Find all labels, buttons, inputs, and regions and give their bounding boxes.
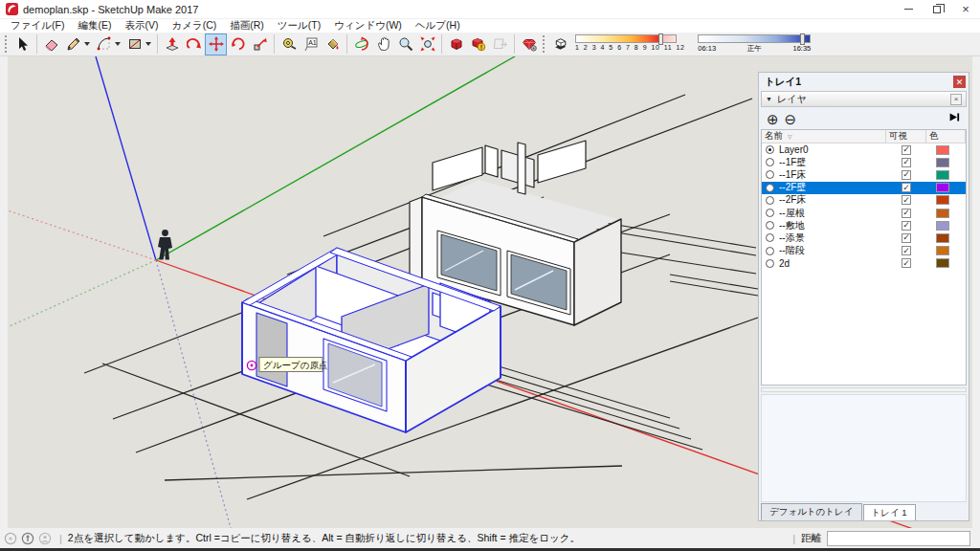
layer-row[interactable]: --添景✓ [762, 231, 966, 244]
model-check-icon[interactable] [467, 33, 489, 55]
layer-visible-checkbox[interactable]: ✓ [902, 170, 911, 180]
layer-color-swatch[interactable] [936, 209, 949, 218]
tab-default-tray[interactable]: デフォルトのトレイ [761, 503, 862, 520]
menu-item-4[interactable]: カメラ(C) [165, 19, 223, 33]
layer-color-swatch[interactable] [936, 145, 949, 155]
shadow-date-slider[interactable]: 1 2 3 4 5 6 7 8 9 10 11 12 [575, 34, 684, 51]
layer-color-swatch[interactable] [936, 170, 949, 180]
menu-item-5[interactable]: 描画(R) [223, 19, 271, 33]
tab-tray-1[interactable]: トレイ 1 [863, 504, 916, 520]
layer-visible-checkbox[interactable]: ✓ [902, 209, 911, 218]
column-color[interactable]: 色 [926, 130, 966, 143]
add-layer-button[interactable]: ⊕ [767, 112, 779, 126]
layer-visible-checkbox[interactable]: ✓ [902, 158, 911, 167]
layer-color-swatch[interactable] [936, 158, 949, 167]
layer-row[interactable]: --1F床✓ [762, 168, 966, 181]
layer-color-swatch[interactable] [936, 246, 949, 255]
layer-active-radio[interactable] [766, 233, 774, 242]
layer-visible-checkbox[interactable]: ✓ [902, 145, 911, 155]
rotate-tool-icon[interactable] [227, 33, 249, 55]
3d-warehouse-icon[interactable] [445, 33, 467, 55]
extension-warehouse-icon[interactable] [518, 33, 540, 55]
layer-active-radio[interactable] [766, 158, 774, 166]
shadow-toolbar-grip[interactable] [543, 35, 546, 53]
scale-tool-icon[interactable] [249, 33, 271, 55]
layer-visible-checkbox[interactable]: ✓ [902, 183, 911, 192]
tray-title-bar[interactable]: トレイ1 ✕ [759, 73, 969, 91]
menu-item-6[interactable]: ツール(T) [271, 19, 327, 33]
minimize-button[interactable] [894, 0, 923, 18]
layer-color-swatch[interactable] [936, 183, 949, 192]
arc-tool-dropdown-icon[interactable] [115, 42, 121, 46]
layer-active-radio[interactable] [766, 170, 774, 179]
follow-me-tool-icon[interactable] [183, 33, 205, 55]
layer-row[interactable]: 2d✓ [762, 257, 966, 270]
layer-visible-checkbox[interactable]: ✓ [902, 233, 911, 243]
layer-active-radio[interactable] [766, 247, 774, 255]
line-tool-dropdown-icon[interactable] [84, 42, 90, 46]
layer-row[interactable]: --屋根✓ [762, 207, 966, 219]
layer-row[interactable]: --2F床✓ [762, 194, 966, 207]
rectangle-tool-dropdown-icon[interactable] [145, 42, 151, 46]
layer-active-radio[interactable] [766, 209, 774, 217]
tape-measure-tool-icon[interactable] [278, 33, 300, 55]
collapse-arrow-icon[interactable]: ▼ [766, 96, 772, 102]
layer-color-swatch[interactable] [936, 258, 949, 268]
eraser-tool-icon[interactable] [40, 33, 62, 55]
remove-layer-button[interactable]: ⊖ [785, 112, 797, 126]
toolbar-grip[interactable] [5, 35, 9, 53]
layer-row[interactable]: --1F壁✓ [762, 156, 966, 168]
credits-icon[interactable] [21, 532, 34, 545]
layer-row[interactable]: --2F壁✓ [762, 182, 966, 194]
layer-active-radio[interactable] [766, 259, 774, 268]
layer-color-swatch[interactable] [936, 221, 949, 231]
layer-color-swatch[interactable] [936, 233, 949, 243]
menu-item-8[interactable]: ヘルプ(H) [409, 19, 467, 33]
column-visible[interactable]: 可視 [886, 130, 926, 143]
tray-splitter[interactable] [761, 387, 967, 392]
menu-item-1[interactable]: ファイル(F) [4, 19, 71, 33]
tray-close-icon[interactable]: ✕ [953, 76, 966, 88]
share-component-icon[interactable] [489, 33, 511, 55]
column-name[interactable]: 名前▽ [762, 130, 886, 143]
date-slider-thumb[interactable] [658, 33, 663, 45]
orbit-tool-icon[interactable] [350, 33, 372, 55]
select-tool-icon[interactable] [11, 33, 33, 55]
menu-item-2[interactable]: 編集(E) [71, 19, 118, 33]
close-button[interactable]: × [951, 0, 980, 18]
paint-bucket-tool-icon[interactable] [322, 33, 344, 55]
move-tool-icon[interactable] [205, 33, 227, 55]
push-pull-tool-icon[interactable] [161, 33, 183, 55]
layer-details-icon[interactable] [948, 110, 961, 127]
shadow-time-slider[interactable]: 06:13 正午 16:35 [698, 34, 811, 54]
layer-active-radio[interactable] [766, 196, 774, 205]
zoom-extents-tool-icon[interactable] [416, 33, 438, 55]
line-tool-icon[interactable] [62, 33, 84, 55]
layer-visible-checkbox[interactable]: ✓ [902, 258, 911, 268]
layer-visible-checkbox[interactable]: ✓ [902, 221, 911, 231]
layers-section-header[interactable]: ▼ レイヤ × [761, 91, 967, 107]
layer-visible-checkbox[interactable]: ✓ [902, 246, 911, 255]
measurement-input[interactable] [827, 531, 970, 546]
layers-section-close-icon[interactable]: × [950, 94, 962, 105]
zoom-tool-icon[interactable] [394, 33, 416, 55]
layer-color-swatch[interactable] [936, 195, 949, 205]
layer-row[interactable]: Layer0✓ [762, 143, 966, 156]
layer-visible-checkbox[interactable]: ✓ [902, 195, 911, 205]
layer-row[interactable]: --階段✓ [762, 245, 966, 257]
pan-tool-icon[interactable] [372, 33, 394, 55]
layer-active-radio[interactable] [766, 145, 774, 154]
time-slider-thumb[interactable] [800, 33, 805, 45]
restore-button[interactable] [923, 0, 951, 18]
menu-item-3[interactable]: 表示(V) [118, 19, 165, 33]
text-tool-icon[interactable]: A1 [300, 33, 322, 55]
rectangle-tool-icon[interactable] [123, 33, 145, 55]
shadows-toggle-icon[interactable] [549, 33, 571, 55]
layer-active-radio[interactable] [766, 221, 774, 230]
arc-tool-icon[interactable] [93, 33, 115, 55]
geolocation-icon[interactable] [4, 532, 17, 545]
layer-active-radio[interactable] [766, 184, 774, 192]
menu-item-7[interactable]: ウィンドウ(W) [327, 19, 409, 33]
layer-row[interactable]: --敷地✓ [762, 219, 966, 231]
sign-in-icon[interactable] [38, 532, 52, 545]
